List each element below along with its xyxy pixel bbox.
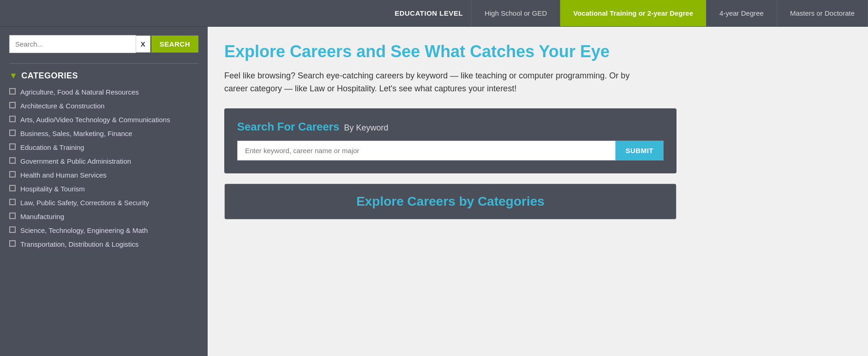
sidebar-item-architecture[interactable]: Architecture & Construction — [9, 101, 198, 111]
checkbox-law[interactable] — [9, 199, 16, 205]
checkbox-transportation[interactable] — [9, 240, 16, 247]
categories-label: CATEGORIES — [21, 71, 78, 81]
tab-masters[interactable]: Masters or Doctorate — [777, 0, 868, 26]
category-label-agriculture: Agriculture, Food & Natural Resources — [20, 87, 139, 97]
sidebar-divider — [9, 63, 198, 64]
checkbox-agriculture[interactable] — [9, 88, 16, 95]
sidebar-item-health[interactable]: Health and Human Services — [9, 170, 198, 180]
categories-header: ▼ CATEGORIES — [9, 71, 198, 81]
top-navigation: EDUCATION LEVEL High School or GED Vocat… — [0, 0, 868, 27]
main-layout: X SEARCH ▼ CATEGORIES Agriculture, Food … — [0, 27, 868, 356]
checkbox-arts[interactable] — [9, 116, 16, 122]
checkbox-health[interactable] — [9, 171, 16, 178]
categories-box-header: Explore Careers by Categories — [225, 184, 676, 219]
sidebar-item-agriculture[interactable]: Agriculture, Food & Natural Resources — [9, 87, 198, 97]
sidebar-item-manufacturing[interactable]: Manufacturing — [9, 212, 198, 221]
search-careers-label: Search For Careers — [237, 120, 339, 133]
category-label-business: Business, Sales, Marketing, Finance — [20, 129, 132, 138]
search-careers-title: Search For Careers By Keyword — [237, 120, 664, 133]
sidebar-item-transportation[interactable]: Transportation, Distribution & Logistics — [9, 239, 198, 249]
hero-description: Feel like browsing? Search eye-catching … — [224, 70, 649, 95]
sidebar-item-law[interactable]: Law, Public Safety, Corrections & Securi… — [9, 198, 198, 208]
sidebar-item-stem[interactable]: Science, Technology, Engineering & Math — [9, 225, 198, 235]
hero-title: Explore Careers and See What Catches You… — [224, 42, 851, 61]
sidebar: X SEARCH ▼ CATEGORIES Agriculture, Food … — [0, 27, 208, 356]
sidebar-item-business[interactable]: Business, Sales, Marketing, Finance — [9, 129, 198, 138]
sidebar-item-government[interactable]: Government & Public Administration — [9, 156, 198, 166]
keyword-input[interactable] — [237, 141, 616, 160]
category-label-education: Education & Training — [20, 142, 84, 152]
category-label-architecture: Architecture & Construction — [20, 101, 105, 111]
category-label-hospitality: Hospitality & Tourism — [20, 184, 85, 194]
tab-highschool[interactable]: High School or GED — [472, 0, 560, 26]
category-label-government: Government & Public Administration — [20, 156, 131, 166]
sidebar-item-arts[interactable]: Arts, Audio/Video Technology & Communica… — [9, 115, 198, 125]
categories-box-title: Explore Careers by Categories — [356, 194, 545, 208]
checkbox-government[interactable] — [9, 157, 16, 164]
category-label-arts: Arts, Audio/Video Technology & Communica… — [20, 115, 170, 125]
search-input[interactable] — [9, 35, 136, 53]
search-button[interactable]: SEARCH — [151, 36, 198, 53]
category-label-transportation: Transportation, Distribution & Logistics — [20, 239, 138, 249]
content-area: Explore Careers and See What Catches You… — [208, 27, 868, 356]
sidebar-item-education[interactable]: Education & Training — [9, 142, 198, 152]
search-careers-box: Search For Careers By Keyword SUBMIT — [224, 108, 676, 173]
category-label-health: Health and Human Services — [20, 170, 107, 180]
clear-button[interactable]: X — [136, 36, 150, 53]
sidebar-item-hospitality[interactable]: Hospitality & Tourism — [9, 184, 198, 194]
search-careers-row: SUBMIT — [237, 141, 664, 160]
education-level-label: EDUCATION LEVEL — [386, 0, 472, 26]
checkbox-architecture[interactable] — [9, 102, 16, 108]
sidebar-search-bar: X SEARCH — [9, 35, 198, 53]
submit-button[interactable]: SUBMIT — [616, 141, 664, 160]
checkbox-education[interactable] — [9, 143, 16, 150]
checkbox-stem[interactable] — [9, 226, 16, 233]
checkbox-business[interactable] — [9, 130, 16, 136]
category-label-stem: Science, Technology, Engineering & Math — [20, 225, 148, 235]
category-list: Agriculture, Food & Natural Resources Ar… — [9, 87, 198, 249]
checkbox-hospitality[interactable] — [9, 185, 16, 191]
caret-icon: ▼ — [9, 71, 18, 81]
categories-box: Explore Careers by Categories — [224, 184, 676, 220]
tab-vocational[interactable]: Vocational Training or 2-year Degree — [560, 0, 706, 26]
checkbox-manufacturing[interactable] — [9, 213, 16, 219]
category-label-manufacturing: Manufacturing — [20, 212, 64, 221]
category-label-law: Law, Public Safety, Corrections & Securi… — [20, 198, 149, 208]
by-keyword-label: By Keyword — [344, 123, 388, 133]
tab-fouryear[interactable]: 4-year Degree — [706, 0, 777, 26]
